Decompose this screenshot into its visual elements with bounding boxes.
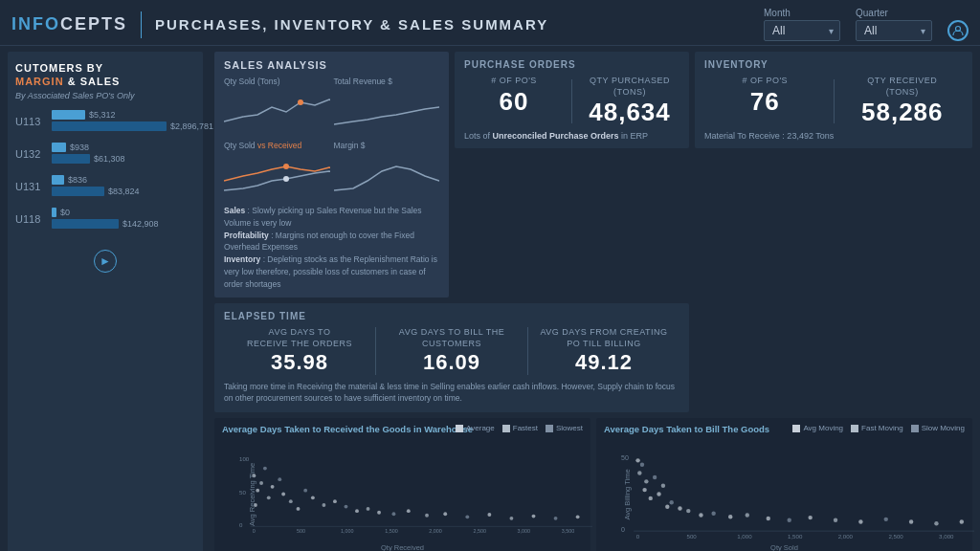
legend-avg-moving: Avg Moving <box>792 424 843 432</box>
customers-subtitle: By Associated Sales PO's Only <box>15 91 195 100</box>
legend-average-color <box>456 425 463 432</box>
elapsed-metric3-value: 49.12 <box>536 350 672 375</box>
svg-point-69 <box>711 512 715 516</box>
inventory-qty-metric: Qty Received(Tons) 58,286 <box>842 76 964 127</box>
elapsed-note: Taking more time in Receiving the materi… <box>224 381 679 406</box>
bottom-chart1-x-label: Qty Received <box>381 543 424 551</box>
sales-chart-margin-svg <box>334 152 440 195</box>
customer-u131-bar1 <box>52 175 64 185</box>
svg-text:50: 50 <box>239 489 246 496</box>
bottom-chart1-svg: 100 50 0 0 500 1,000 1,500 2,000 2,500 3… <box>239 436 592 551</box>
purchase-orders-footnote-link: Unreconciled Purchase Orders <box>493 131 619 141</box>
customers-title-line1: Cutomers By <box>15 61 195 75</box>
customer-u118-bar1 <box>52 208 56 217</box>
elapsed-metric2-label: Avg Days To Bill TheCustomers <box>384 327 520 349</box>
svg-point-42 <box>532 515 536 518</box>
svg-text:50: 50 <box>621 454 629 461</box>
customer-u113-bar1 <box>52 110 85 120</box>
header-controls: Month All Quarter All <box>764 8 969 41</box>
svg-text:2,500: 2,500 <box>473 528 485 534</box>
nav-arrow[interactable]: ► <box>15 250 195 273</box>
svg-point-30 <box>333 499 337 503</box>
customer-u118-bar2 <box>52 219 119 229</box>
svg-point-33 <box>367 507 370 511</box>
svg-point-70 <box>728 515 732 518</box>
customer-u113-val2: $2,896,781 <box>170 121 213 131</box>
sales-chart-qty-vs-label: Qty Sold vs Received <box>224 141 330 150</box>
month-dropdown[interactable]: All <box>764 20 840 41</box>
vs-label: vs Received <box>257 141 301 150</box>
legend-fast-moving: Fast Moving <box>851 424 903 432</box>
bottom-chart1-legend: Average Fastest Slowest <box>456 424 583 432</box>
customer-u132-val1: $938 <box>70 143 89 152</box>
quarter-label: Quarter <box>856 8 932 18</box>
bottom-chart2-y-label: Avg Billing Time <box>623 469 632 519</box>
sales-analysis-panel: Sales Analysis Qty Sold (Tons) Total Rev… <box>214 52 449 298</box>
legend-slow-moving: Slow Moving <box>911 424 965 432</box>
purchase-orders-qty-label: Qty Purchased(Tons) <box>580 76 679 98</box>
main-layout: Cutomers By Margin & Sales By Associated… <box>0 46 980 547</box>
svg-point-58 <box>642 488 646 492</box>
sales-chart-qty-sold-svg <box>224 88 330 131</box>
customer-u132-bar1-row: $938 <box>52 143 195 152</box>
legend-avg-moving-label: Avg Moving <box>803 424 843 432</box>
month-dropdown-wrapper[interactable]: All <box>764 20 840 41</box>
customers-title-margin: Margin <box>15 76 64 87</box>
svg-point-63 <box>661 484 665 488</box>
quarter-dropdown-wrapper[interactable]: All <box>856 20 932 41</box>
customers-title-line2: Margin & Sales <box>15 75 195 88</box>
svg-point-40 <box>487 513 491 517</box>
legend-slowest-color <box>546 425 553 432</box>
sales-note-sales-bold: Sales <box>224 206 245 215</box>
elapsed-metric3-label: Avg Days from creatingPO till Billing <box>536 327 672 349</box>
svg-point-67 <box>686 509 690 513</box>
svg-point-79 <box>934 521 938 525</box>
quarter-dropdown[interactable]: All <box>856 20 932 41</box>
elapsed-metric3: Avg Days from creatingPO till Billing 49… <box>527 327 679 374</box>
svg-point-75 <box>834 518 837 522</box>
legend-fast-moving-label: Fast Moving <box>861 424 903 432</box>
svg-point-26 <box>297 507 301 511</box>
inventory-divider <box>834 79 835 123</box>
svg-point-19 <box>263 467 267 471</box>
inventory-pos-metric: # Of PO's 76 <box>704 76 826 127</box>
customer-u118-id: U118 <box>15 213 46 225</box>
sales-chart-revenue-label: Total Revenue $ <box>334 77 440 86</box>
bottom-chart2-title: Average Days Taken to Bill The Goods <box>604 424 769 434</box>
svg-text:3,000: 3,000 <box>939 533 954 540</box>
svg-point-55 <box>635 458 639 462</box>
elapsed-metric1-value: 35.98 <box>232 350 368 375</box>
sales-charts-grid: Qty Sold (Tons) Total Revenue $ <box>224 77 439 201</box>
customer-u131-bar2 <box>52 187 104 196</box>
top-row: Purchase Orders # Of PO's 60 Qty Purchas… <box>214 52 972 412</box>
svg-text:1,000: 1,000 <box>737 533 752 540</box>
customer-u132-id: U132 <box>15 148 46 160</box>
svg-point-28 <box>311 496 315 500</box>
logo-prefix: Info <box>11 14 60 33</box>
user-icon[interactable] <box>947 20 969 41</box>
svg-point-62 <box>657 492 660 496</box>
purchase-orders-footnote: Lots of Unreconciled Purchase Orders in … <box>464 131 679 141</box>
svg-point-57 <box>640 463 644 467</box>
purchase-orders-panel: Purchase Orders # Of PO's 60 Qty Purchas… <box>455 52 689 148</box>
legend-slow-moving-label: Slow Moving <box>922 424 965 432</box>
sales-chart-margin: Margin $ <box>334 141 440 201</box>
bottom-chart2-legend: Avg Moving Fast Moving Slow Moving <box>792 424 965 432</box>
elapsed-metrics: Avg Days ToReceive the Orders 35.98 Avg … <box>224 327 679 374</box>
customer-u113-bar2-row: $2,896,781 <box>52 121 213 131</box>
svg-point-80 <box>960 519 964 523</box>
bottom-chart2-area: Avg Billing Time 50 0 0 500 1,000 1,500 … <box>604 436 965 551</box>
month-control: Month All <box>764 8 840 41</box>
sales-note-inventory: Inventory : Depleting stocks as the Repl… <box>224 253 439 290</box>
svg-point-56 <box>637 471 641 474</box>
legend-fastest: Fastest <box>502 424 538 432</box>
quarter-control: Quarter All <box>856 8 932 41</box>
customer-u132-bar1 <box>52 143 66 152</box>
customer-u131-val2: $83,824 <box>108 187 140 196</box>
svg-text:0: 0 <box>253 528 256 534</box>
header-divider <box>141 11 142 38</box>
next-arrow-button[interactable]: ► <box>94 250 117 273</box>
legend-fast-moving-color <box>851 425 858 432</box>
elapsed-metric1-label: Avg Days ToReceive the Orders <box>232 327 368 349</box>
sales-analysis-title: Sales Analysis <box>224 59 439 71</box>
